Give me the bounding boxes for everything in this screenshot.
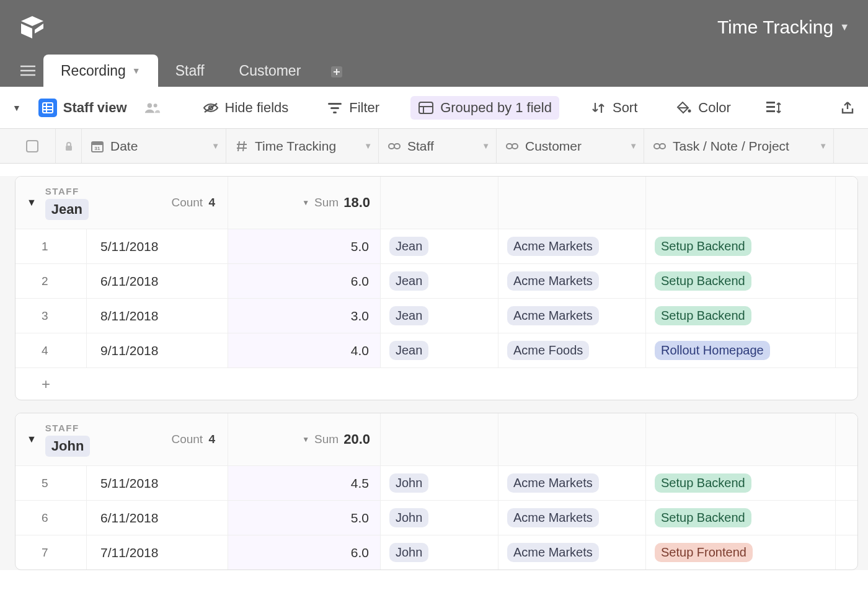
staff-pill[interactable]: Jean (389, 306, 428, 325)
cell-time-tracking[interactable]: 4.0 (228, 333, 381, 367)
cell-date[interactable]: 6/11/2018 (87, 501, 228, 535)
svg-point-13 (147, 103, 151, 107)
cell-task[interactable]: Setup Backend (646, 466, 836, 500)
customer-pill[interactable]: Acme Markets (507, 237, 599, 256)
customer-pill[interactable]: Acme Markets (507, 473, 599, 493)
cell-staff[interactable]: Jean (381, 229, 498, 263)
group-value-pill[interactable]: John (45, 436, 91, 457)
add-tab-button[interactable] (322, 57, 352, 87)
staff-pill[interactable]: Jean (389, 341, 428, 360)
table-row[interactable]: 26/11/20186.0JeanAcme MarketsSetup Backe… (16, 263, 857, 298)
color-button[interactable]: Color (668, 96, 738, 120)
staff-pill[interactable]: John (389, 543, 428, 562)
tab-label: Customer (239, 63, 301, 79)
cell-customer[interactable]: Acme Markets (498, 466, 646, 500)
cell-staff[interactable]: Jean (381, 333, 498, 367)
cell-task[interactable]: Setup Backend (646, 501, 836, 535)
cell-date[interactable]: 6/11/2018 (87, 264, 228, 298)
table-row[interactable]: 38/11/20183.0JeanAcme MarketsSetup Backe… (16, 298, 857, 333)
select-all-checkbox[interactable] (0, 129, 56, 163)
cell-time-tracking[interactable]: 4.5 (228, 466, 381, 500)
grid-view-icon (38, 99, 57, 117)
cell-time-tracking[interactable]: 6.0 (228, 264, 381, 298)
cell-time-tracking[interactable]: 5.0 (228, 501, 381, 535)
customer-pill[interactable]: Acme Markets (507, 271, 599, 291)
group-value-pill[interactable]: Jean (45, 199, 89, 220)
customer-pill[interactable]: Acme Markets (507, 306, 599, 325)
task-pill[interactable]: Setup Frontend (655, 543, 753, 562)
task-pill[interactable]: Setup Backend (655, 473, 751, 493)
view-switcher[interactable]: Staff view (31, 95, 135, 121)
cell-staff[interactable]: John (381, 501, 498, 535)
filter-button[interactable]: Filter (319, 96, 387, 120)
hide-fields-button[interactable]: Hide fields (195, 96, 296, 120)
customer-pill[interactable]: Acme Foods (507, 341, 589, 360)
staff-pill[interactable]: Jean (389, 237, 428, 256)
cell-customer[interactable]: Acme Markets (498, 535, 646, 570)
cell-customer[interactable]: Acme Markets (498, 501, 646, 535)
cell-date[interactable]: 9/11/2018 (87, 333, 228, 367)
cell-date[interactable]: 5/11/2018 (87, 466, 228, 500)
task-pill[interactable]: Setup Backend (655, 271, 751, 291)
cell-task[interactable]: Setup Backend (646, 264, 836, 298)
share-view-button[interactable] (836, 96, 859, 120)
cell-task[interactable]: Rollout Homepage (646, 333, 836, 367)
cell-time-tracking[interactable]: 6.0 (228, 535, 381, 570)
cell-task[interactable]: Setup Frontend (646, 535, 836, 570)
column-header-staff[interactable]: Staff ▼ (379, 129, 497, 163)
staff-pill[interactable]: Jean (389, 271, 428, 291)
row-height-button[interactable] (762, 96, 786, 120)
add-row-button[interactable]: + (16, 367, 857, 400)
column-header-date[interactable]: 31 Date ▼ (82, 129, 226, 163)
staff-pill[interactable]: John (389, 473, 428, 493)
caret-down-icon: ▼ (819, 141, 827, 151)
task-pill[interactable]: Setup Backend (655, 306, 751, 325)
task-pill[interactable]: Rollout Homepage (655, 341, 770, 360)
cell-time-tracking[interactable]: 3.0 (228, 299, 381, 333)
cell-time-tracking[interactable]: 5.0 (228, 229, 381, 263)
group-sum[interactable]: ▼Sum 18.0 (228, 177, 381, 229)
cell-customer[interactable]: Acme Foods (498, 333, 646, 367)
task-pill[interactable]: Setup Backend (655, 237, 751, 256)
svg-text:31: 31 (95, 146, 100, 151)
cell-customer[interactable]: Acme Markets (498, 299, 646, 333)
table-row[interactable]: 55/11/20184.5JohnAcme MarketsSetup Backe… (16, 465, 857, 500)
cell-customer[interactable]: Acme Markets (498, 229, 646, 263)
cell-staff[interactable]: John (381, 535, 498, 570)
sort-button[interactable]: Sort (583, 96, 645, 120)
collaborators-button[interactable] (141, 96, 164, 120)
tab-recording[interactable]: Recording ▼ (43, 55, 158, 87)
cell-staff[interactable]: John (381, 466, 498, 500)
table-row[interactable]: 15/11/20185.0JeanAcme MarketsSetup Backe… (16, 229, 857, 263)
cell-date[interactable]: 8/11/2018 (87, 299, 228, 333)
cell-date[interactable]: 7/11/2018 (87, 535, 228, 570)
views-sidebar-toggle[interactable]: ▼ (9, 99, 25, 117)
column-header-customer[interactable]: Customer ▼ (497, 129, 644, 163)
collapse-toggle[interactable]: ▼ (27, 197, 37, 208)
cell-staff[interactable]: Jean (381, 299, 498, 333)
svg-rect-20 (419, 102, 433, 113)
group-sum[interactable]: ▼Sum 20.0 (228, 413, 381, 465)
group-button[interactable]: Grouped by 1 field (410, 96, 559, 120)
customer-pill[interactable]: Acme Markets (507, 543, 599, 562)
cell-task[interactable]: Setup Backend (646, 299, 836, 333)
customer-pill[interactable]: Acme Markets (507, 508, 599, 527)
staff-pill[interactable]: John (389, 508, 428, 527)
column-header-time[interactable]: Time Tracking ▼ (226, 129, 379, 163)
table-row[interactable]: 77/11/20186.0JohnAcme MarketsSetup Front… (16, 535, 857, 570)
cell-staff[interactable]: Jean (381, 264, 498, 298)
tab-staff[interactable]: Staff (158, 55, 222, 87)
table-row[interactable]: 49/11/20184.0JeanAcme FoodsRollout Homep… (16, 333, 857, 367)
tab-customer[interactable]: Customer (222, 55, 319, 87)
base-title-dropdown[interactable]: Time Tracking ▼ (717, 17, 849, 38)
column-header-task[interactable]: Task / Note / Project ▼ (644, 129, 834, 163)
hamburger-icon[interactable] (12, 55, 43, 87)
task-pill[interactable]: Setup Backend (655, 508, 751, 527)
svg-rect-37 (507, 144, 512, 149)
cell-date[interactable]: 5/11/2018 (87, 229, 228, 263)
cell-task[interactable]: Setup Backend (646, 229, 836, 263)
app-logo-icon[interactable] (19, 14, 46, 41)
cell-customer[interactable]: Acme Markets (498, 264, 646, 298)
table-row[interactable]: 66/11/20185.0JohnAcme MarketsSetup Backe… (16, 500, 857, 535)
collapse-toggle[interactable]: ▼ (27, 434, 37, 445)
